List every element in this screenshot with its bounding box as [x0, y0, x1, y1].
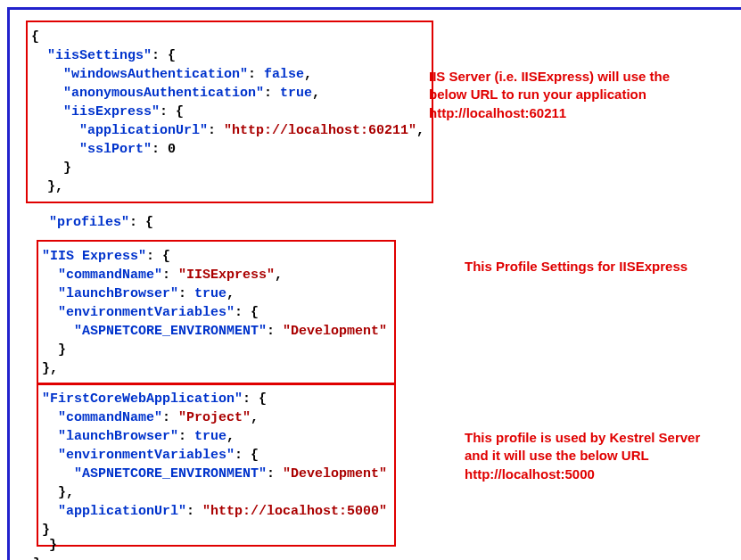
val-true-2: true: [194, 286, 226, 301]
val-dev-2: "Development": [283, 324, 387, 339]
close-brace-1: }: [49, 538, 57, 553]
annot1-line3: http://localhost:60211: [429, 105, 566, 120]
annot3-line1: This profile is used by Kestrel Server: [465, 430, 700, 445]
iis-settings-block: { "iisSettings": { "windowsAuthenticatio…: [26, 21, 433, 203]
val-true-3: true: [194, 429, 226, 444]
key-cmdname-3: "commandName": [58, 410, 162, 425]
val-iisexpress: "IISExpress": [178, 268, 275, 283]
val-true: true: [280, 86, 312, 101]
val-project: "Project": [178, 410, 251, 425]
key-launchbrowser-2: "launchBrowser": [58, 286, 178, 301]
kestrel-profile-redbox: "FirstCoreWebApplication": { "commandNam…: [37, 383, 396, 547]
iisexpress-profile-block: "IIS Express": { "commandName": "IISExpr…: [37, 240, 396, 385]
key-profiles: "profiles": [49, 215, 129, 230]
key-cmdname-2: "commandName": [58, 268, 162, 283]
key-sslport: "sslPort": [79, 142, 152, 157]
key-profile-iisexpress: "IIS Express": [42, 249, 146, 264]
annot3-line2: and it will use the below URL: [465, 448, 649, 463]
key-envvars-3: "environmentVariables": [58, 448, 235, 463]
key-aspnetcore-2: "ASPNETCORE_ENVIRONMENT": [74, 324, 267, 339]
key-anon-auth: "anonymousAuthentication": [63, 86, 264, 101]
annot1-line2: below URL to run your application: [429, 86, 646, 102]
key-appurl-3: "applicationUrl": [58, 504, 186, 519]
key-iissettings: "iisSettings": [47, 48, 152, 63]
val-dev-3: "Development": [283, 466, 387, 482]
annot3-line3: http://localhost:5000: [465, 466, 595, 482]
annotation-kestrel-profile: This profile is used by Kestrel Server a…: [465, 429, 700, 483]
key-envvars-2: "environmentVariables": [58, 305, 235, 320]
key-windows-auth: "windowsAuthentication": [63, 67, 248, 82]
key-firstcore: "FirstCoreWebApplication": [42, 391, 243, 407]
val-url1: "http://localhost:60211": [224, 123, 416, 138]
annot2-line1: This Profile Settings for IISExpress: [465, 259, 687, 274]
val-zero: 0: [168, 142, 176, 157]
key-iisexpress: "iisExpress": [63, 104, 160, 119]
close-brace-2: }: [33, 556, 41, 560]
brace-open: {: [31, 29, 39, 45]
val-false: false: [264, 67, 304, 82]
kestrel-profile-block: "FirstCoreWebApplication": { "commandNam…: [37, 383, 396, 547]
val-url2: "http://localhost:5000": [202, 504, 387, 519]
closing-braces: } }: [26, 536, 57, 560]
profiles-key-line: "profiles": {: [26, 213, 153, 232]
key-appurl: "applicationUrl": [79, 123, 208, 138]
annotation-iis-server: IIS Server (i.e. IISExpress) will use th…: [429, 68, 670, 122]
iisexpress-profile-redbox: "IIS Express": { "commandName": "IISExpr…: [37, 240, 396, 385]
annotation-iisexpress-profile: This Profile Settings for IISExpress: [465, 258, 687, 276]
key-launchbrowser-3: "launchBrowser": [58, 429, 178, 444]
annot1-line1: IIS Server (i.e. IISExpress) will use th…: [429, 69, 670, 84]
document-frame: { "iisSettings": { "windowsAuthenticatio…: [7, 7, 741, 560]
iis-settings-redbox: { "iisSettings": { "windowsAuthenticatio…: [26, 21, 433, 203]
key-aspnetcore-3: "ASPNETCORE_ENVIRONMENT": [74, 466, 267, 482]
